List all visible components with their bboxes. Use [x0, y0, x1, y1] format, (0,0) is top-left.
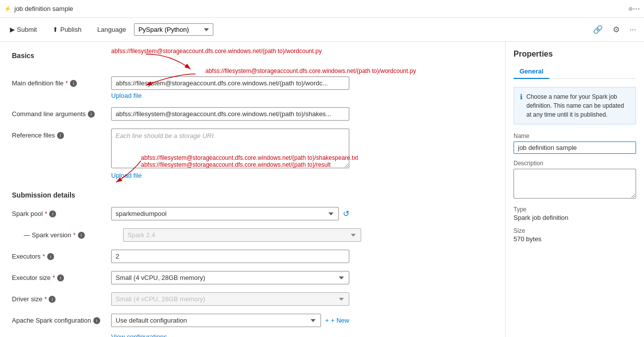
executors-row: Executors * i	[12, 250, 493, 263]
plus-icon: +	[325, 317, 329, 324]
reference-files-textarea[interactable]	[111, 129, 349, 168]
executor-size-label: Executor size * i	[12, 271, 111, 281]
basics-heading: Basics	[12, 52, 493, 60]
reference-files-control: Upload file	[111, 129, 349, 179]
submission-heading: Submission details	[12, 191, 493, 199]
language-select[interactable]: PySpark (Python) Scala SparkDotNet (C#)	[134, 23, 213, 36]
executors-control	[111, 250, 349, 263]
type-label: Type	[514, 206, 636, 213]
type-property: Type Spark job definition	[514, 206, 636, 221]
publish-icon: ⬆	[53, 26, 58, 33]
executor-size-control: Small (4 vCPU, 28GB memory) Medium (8 vC…	[111, 271, 349, 284]
driver-size-control: Small (4 vCPU, 28GB memory)	[111, 292, 349, 306]
command-line-args-row: Command line arguments i	[12, 107, 493, 121]
type-value: Spark job definition	[514, 214, 636, 221]
properties-panel: Properties General ℹ Choose a name for y…	[505, 42, 644, 337]
more-icon: ···	[630, 25, 636, 34]
spark-version-label: Spark version * i	[24, 228, 123, 239]
language-label: Language	[97, 26, 126, 33]
tab-general[interactable]: General	[514, 65, 549, 79]
reference-files-label: Reference files i	[12, 129, 111, 139]
spark-pool-label: Spark pool * i	[12, 207, 111, 217]
settings-icon-button[interactable]: ⚙	[611, 23, 622, 36]
size-property: Size 570 bytes	[514, 227, 636, 243]
unsaved-dot	[629, 7, 633, 11]
name-input[interactable]	[514, 141, 636, 154]
executors-label: Executors * i	[12, 250, 111, 260]
apache-spark-config-row: Apache Spark configuration i Use default…	[12, 314, 493, 327]
properties-tabs: General	[514, 65, 636, 79]
main-definition-file-row: Main definition file * i Upload file	[12, 76, 493, 99]
spark-pool-row: Spark pool * i sparkmediumpool ↺	[12, 207, 493, 220]
executor-size-row: Executor size * i Small (4 vCPU, 28GB me…	[12, 271, 493, 284]
more-icon-button[interactable]: ···	[628, 23, 638, 36]
command-line-label: Command line arguments i	[12, 107, 111, 118]
executors-info-icon[interactable]: i	[47, 253, 54, 260]
new-config-button[interactable]: + + New	[325, 317, 349, 324]
reference-files-row: Reference files i Upload file	[12, 129, 493, 179]
command-line-input[interactable]	[111, 107, 349, 121]
driver-size-label: Driver size * i	[12, 292, 111, 303]
main-definition-info-icon[interactable]: i	[70, 80, 77, 87]
main-definition-label: Main definition file * i	[12, 76, 111, 87]
reference-files-upload-link[interactable]: Upload file	[111, 172, 349, 179]
share-icon-button[interactable]: 🔗	[591, 23, 605, 36]
command-line-control	[111, 107, 349, 121]
info-box: ℹ Choose a name for your Spark job defin…	[514, 87, 636, 125]
spark-pool-control: sparkmediumpool ↺	[111, 207, 349, 220]
driver-size-row: Driver size * i Small (4 vCPU, 28GB memo…	[12, 292, 493, 306]
driver-size-select[interactable]: Small (4 vCPU, 28GB memory)	[111, 292, 349, 306]
spark-pool-info-icon[interactable]: i	[49, 210, 56, 217]
app-icon: ⚡	[4, 5, 11, 12]
command-line-info-icon[interactable]: i	[88, 111, 95, 118]
title-bar: ⚡ job definition sample ···	[0, 0, 644, 18]
annotation-wordcount-text: abfss://filesystem@storageaccount.dfs.co…	[205, 67, 416, 74]
executors-input[interactable]	[111, 250, 349, 263]
tab-title: job definition sample	[14, 5, 627, 12]
title-bar-ellipsis[interactable]: ···	[633, 3, 640, 14]
share-icon: 🔗	[593, 25, 603, 34]
apache-spark-config-control: Use default configuration + + New	[111, 314, 349, 327]
description-textarea[interactable]	[514, 169, 636, 199]
properties-title: Properties	[514, 50, 636, 59]
apache-spark-config-label: Apache Spark configuration i	[12, 314, 111, 324]
submission-section: Submission details Spark pool * i sparkm…	[12, 191, 493, 337]
spark-version-select[interactable]: Spark 2.4	[123, 228, 361, 242]
publish-label: Publish	[60, 26, 81, 33]
spark-version-control: Spark 2.4	[123, 228, 361, 242]
driver-size-info-icon[interactable]: i	[49, 296, 56, 303]
submit-label: Submit	[17, 26, 37, 33]
executor-size-info-icon[interactable]: i	[57, 274, 64, 281]
submit-button[interactable]: ▶ Submit	[6, 24, 41, 35]
description-label: Description	[514, 160, 636, 167]
spark-version-row: Spark version * i Spark 2.4	[24, 228, 493, 242]
name-label: Name	[514, 133, 636, 139]
name-property: Name	[514, 133, 636, 154]
apache-spark-config-info-icon[interactable]: i	[93, 317, 100, 324]
publish-button[interactable]: ⬆ Publish	[49, 24, 85, 35]
reference-files-info-icon[interactable]: i	[57, 132, 64, 139]
description-property: Description	[514, 160, 636, 200]
size-label: Size	[514, 227, 636, 234]
spark-pool-select[interactable]: sparkmediumpool	[111, 207, 339, 220]
spark-pool-select-wrapper: sparkmediumpool	[111, 207, 339, 220]
toolbar-right: 🔗 ⚙ ···	[591, 23, 638, 36]
content-area: Basics abfss://filesystem@sto	[0, 42, 505, 337]
basics-section: Basics abfss://filesystem@sto	[12, 52, 493, 179]
new-label: + New	[331, 317, 349, 324]
info-box-icon: ℹ	[520, 93, 522, 101]
submit-icon: ▶	[10, 26, 15, 33]
size-value: 570 bytes	[514, 235, 636, 243]
settings-icon: ⚙	[613, 25, 620, 34]
spark-version-info-icon[interactable]: i	[78, 232, 85, 239]
view-configurations-row: View configurations	[111, 331, 493, 337]
toolbar: ▶ Submit ⬆ Publish Language PySpark (Pyt…	[0, 18, 644, 42]
executor-size-select[interactable]: Small (4 vCPU, 28GB memory) Medium (8 vC…	[111, 271, 349, 284]
main-definition-upload-link[interactable]: Upload file	[111, 92, 349, 99]
view-configurations-link[interactable]: View configurations	[111, 333, 167, 337]
main-layout: Basics abfss://filesystem@sto	[0, 42, 644, 337]
refresh-icon[interactable]: ↺	[343, 209, 349, 218]
apache-spark-config-select[interactable]: Use default configuration	[111, 314, 321, 327]
info-box-text: Choose a name for your Spark job definit…	[526, 92, 630, 119]
